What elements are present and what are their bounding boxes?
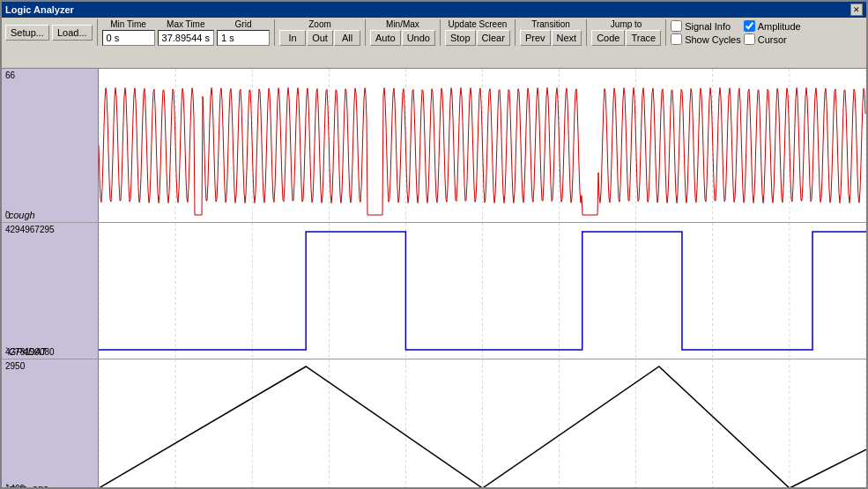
zoom-buttons: In Out All (279, 30, 360, 46)
code-button[interactable]: Code (591, 30, 625, 46)
main-window: Logic Analyzer ✕ Setup... Load... Min Ti… (0, 0, 868, 489)
update-screen-group: Update Screen Stop Clear (445, 19, 510, 46)
min-time-label: Min Time (110, 19, 146, 29)
signal-label-gp4dat: 4294967295 `GP4DAT 4278190080 (2, 223, 99, 359)
show-cycles-row: Show Cycles (671, 33, 741, 45)
trace-button[interactable]: Trace (626, 30, 661, 46)
clear-button[interactable]: Clear (477, 30, 510, 46)
stop-button[interactable]: Stop (445, 30, 476, 46)
cursor-row: Cursor (744, 33, 801, 45)
grid-value: 1 s (217, 30, 270, 46)
jumpto-group: Jump to Code Trace (591, 19, 661, 46)
signal-min-cough: 0 (5, 211, 11, 220)
grid-group: Grid 1 s (217, 19, 270, 46)
zoom-out-button[interactable]: Out (307, 30, 333, 46)
signal-canvas-gp4dat[interactable] (99, 223, 866, 359)
zoom-label: Zoom (308, 19, 331, 29)
show-cycles-checkbox[interactable] (671, 33, 682, 45)
signal-row-cough: 66 `cough 0 (2, 69, 866, 223)
amplitude-row: Amplitude (744, 20, 801, 32)
next-button[interactable]: Next (552, 30, 582, 46)
min-time-value: 0 s (102, 30, 155, 46)
close-button[interactable]: ✕ (850, 4, 863, 16)
jumpto-buttons: Code Trace (591, 30, 661, 46)
max-time-value: 37.89544 s (158, 30, 214, 46)
signal-max-cough: 66 (5, 70, 15, 80)
signal-info-checkbox[interactable] (671, 20, 682, 32)
max-time-label: Max Time (167, 19, 204, 29)
transition-group: Transition Prev Next (520, 19, 582, 46)
signal-row-gp4dat: 4294967295 `GP4DAT 4278190080 (2, 223, 866, 359)
signal-label-cough: 66 `cough 0 (2, 69, 99, 222)
window-title: Logic Analyzer (5, 4, 74, 15)
signal-min-sumene: 1469 (5, 484, 25, 487)
setup-button[interactable]: Setup... (5, 25, 49, 41)
signal-label-sumene: 2950 `sum_ene 1469 (2, 359, 99, 487)
signal-min-gp4dat: 4278190080 (5, 347, 55, 357)
signal-info-label: Signal Info (685, 21, 731, 32)
minmax-group: Min/Max Auto Undo (370, 19, 435, 46)
signal-max-sumene: 2950 (5, 361, 25, 371)
signal-info-row: Signal Info (671, 20, 741, 32)
cursor-checkbox[interactable] (744, 33, 755, 45)
separator-7 (665, 19, 666, 46)
main-area: 66 `cough 0 4294967295 `GP4DAT 427819008… (2, 69, 866, 487)
minmax-buttons: Auto Undo (370, 30, 435, 46)
jumpto-label: Jump to (611, 19, 642, 29)
title-bar: Logic Analyzer ✕ (2, 2, 866, 18)
signal-canvas-cough[interactable] (99, 69, 866, 222)
amplitude-label: Amplitude (758, 21, 801, 32)
separator-4 (440, 19, 441, 46)
transition-label: Transition (531, 19, 570, 29)
auto-button[interactable]: Auto (370, 30, 401, 46)
signal-canvas-sumene[interactable] (99, 359, 866, 487)
checkbox-group: Signal Info Show Cycles (671, 20, 741, 45)
separator-2 (274, 19, 275, 46)
min-time-group: Min Time 0 s (102, 19, 155, 46)
toolbar-row-1: Setup... Load... Min Time 0 s Max Time 3… (5, 19, 863, 46)
max-time-group: Max Time 37.89544 s (158, 19, 214, 46)
amplitude-checkbox[interactable] (744, 20, 755, 32)
grid-label: Grid (235, 19, 252, 29)
load-button[interactable]: Load... (52, 25, 93, 41)
transition-buttons: Prev Next (520, 30, 582, 46)
show-cycles-label: Show Cycles (685, 34, 741, 45)
cursor-label: Cursor (758, 34, 787, 45)
separator-6 (586, 19, 587, 46)
zoom-all-button[interactable]: All (334, 30, 360, 46)
separator-3 (365, 19, 366, 46)
update-buttons: Stop Clear (445, 30, 510, 46)
zoom-group: Zoom In Out All (279, 19, 360, 46)
minmax-label: Min/Max (386, 19, 419, 29)
prev-button[interactable]: Prev (520, 30, 551, 46)
signal-max-gp4dat: 4294967295 (5, 225, 55, 234)
undo-button[interactable]: Undo (402, 30, 435, 46)
separator-1 (97, 19, 98, 46)
checkbox-group-2: Amplitude Cursor (744, 20, 801, 45)
signals-container: 66 `cough 0 4294967295 `GP4DAT 427819008… (2, 69, 866, 487)
signal-row-sumene: 2950 `sum_ene 1469 (2, 359, 866, 487)
update-screen-label: Update Screen (449, 19, 508, 29)
zoom-in-button[interactable]: In (279, 30, 306, 46)
toolbar: Setup... Load... Min Time 0 s Max Time 3… (2, 18, 866, 69)
separator-5 (515, 19, 516, 46)
